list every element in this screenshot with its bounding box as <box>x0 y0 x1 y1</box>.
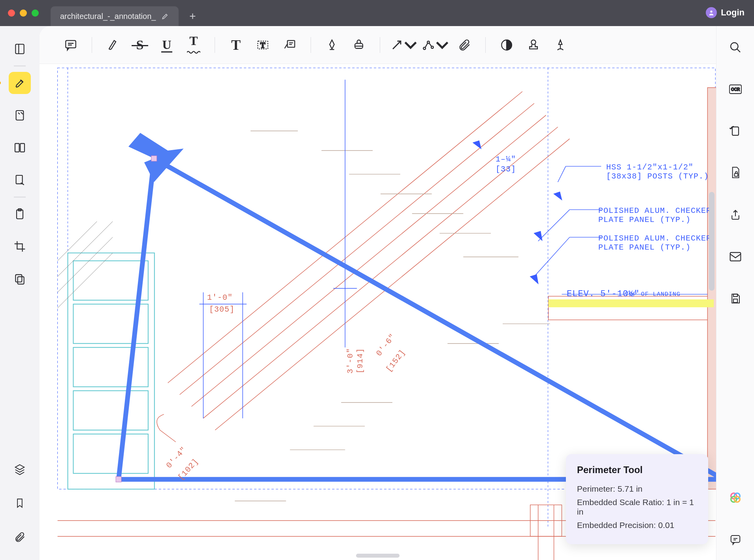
lock-file-button[interactable] <box>724 162 746 184</box>
textbox-tool[interactable]: T <box>251 34 274 56</box>
svg-rect-8 <box>15 274 22 282</box>
edit-tab-icon[interactable] <box>161 12 169 20</box>
svg-rect-80 <box>733 294 737 297</box>
svg-line-29 <box>58 222 97 261</box>
note-elev-sub: TOP OF LANDING <box>625 291 680 298</box>
eraser-tool[interactable] <box>347 34 370 56</box>
separator <box>380 37 380 53</box>
separator <box>311 37 311 53</box>
save-button[interactable] <box>724 288 746 310</box>
stamp-tool[interactable] <box>522 34 545 56</box>
marker-tool[interactable] <box>102 34 124 56</box>
separator <box>485 37 486 53</box>
main-panel: S U T T T <box>40 26 716 560</box>
dim-305-mm: [305] <box>209 305 235 314</box>
svg-rect-1 <box>15 44 24 54</box>
login-label: Login <box>721 8 745 18</box>
attach-file-tool[interactable] <box>453 34 476 56</box>
svg-line-58 <box>538 210 570 241</box>
svg-rect-13 <box>287 40 294 47</box>
opacity-tool[interactable] <box>495 34 518 56</box>
note-posts: HSS 1-1/2"x1-1/2" [38x38] POSTS (TYP.) <box>606 163 709 181</box>
note-panel-2: POLISHED ALUM. CHECKER PLATE PANEL (TYP.… <box>598 234 711 252</box>
side-by-side-button[interactable] <box>9 137 31 159</box>
vertical-scrollbar[interactable] <box>709 192 714 291</box>
thumbnail-view-button[interactable] <box>9 38 31 60</box>
svg-rect-5 <box>16 175 23 184</box>
svg-line-56 <box>558 166 566 182</box>
svg-line-30 <box>58 222 113 277</box>
tab-title: architectural_-_annotation_ <box>60 12 156 21</box>
svg-line-60 <box>534 237 570 277</box>
text-insert-tool[interactable]: T <box>224 34 247 56</box>
svg-rect-79 <box>730 252 741 261</box>
document-canvas[interactable]: 1–¼" [33] HSS 1-1/2"x1-1/2" [38x38] POST… <box>40 64 716 560</box>
bookmark-button[interactable] <box>9 492 31 514</box>
chevron-down-icon <box>435 38 449 52</box>
svg-text:T: T <box>260 41 265 49</box>
svg-rect-66 <box>116 477 121 482</box>
scale-label: Embedded Scale Ratio: <box>577 498 664 507</box>
avatar-icon <box>706 7 717 18</box>
note-panel-1: POLISHED ALUM. CHECKER PLATE PANEL (TYP.… <box>598 206 711 224</box>
svg-marker-54 <box>530 274 538 284</box>
svg-point-19 <box>531 40 535 44</box>
page-edit-button[interactable] <box>9 169 31 191</box>
dim-914-ft: 3'-0" <box>346 348 355 374</box>
perimeter-label: Perimeter: <box>577 484 615 493</box>
svg-text:OCR: OCR <box>731 87 740 92</box>
perimeter-annotation[interactable] <box>116 133 716 482</box>
svg-rect-10 <box>66 40 76 47</box>
t-glyph: T <box>231 37 241 53</box>
svg-rect-81 <box>733 299 737 303</box>
crop-button[interactable] <box>9 235 31 257</box>
dim-305-ft: 1'-0" <box>207 293 233 302</box>
app-logo-button[interactable] <box>724 487 746 509</box>
arrow-tool[interactable] <box>390 34 417 56</box>
new-tab-button[interactable]: + <box>187 10 198 22</box>
svg-rect-3 <box>15 143 19 152</box>
rotate-button[interactable] <box>724 120 746 142</box>
window-controls <box>8 9 39 17</box>
polyline-tool[interactable] <box>421 34 449 56</box>
search-button[interactable] <box>724 36 746 58</box>
chat-button[interactable] <box>724 528 746 551</box>
titlebar: architectural_-_annotation_ + Login <box>0 0 754 26</box>
left-sidebar <box>0 26 40 560</box>
signature-tool[interactable] <box>549 34 572 56</box>
comment-tool[interactable] <box>59 34 82 56</box>
strikethrough-tool[interactable]: S <box>128 34 151 56</box>
svg-rect-68 <box>151 156 157 161</box>
svg-marker-52 <box>554 192 562 200</box>
ocr-button[interactable]: OCR <box>724 78 746 100</box>
pen-annotation-button[interactable] <box>9 104 31 126</box>
login-button[interactable]: Login <box>706 7 745 18</box>
clipboard-button[interactable] <box>9 203 31 225</box>
underline-tool[interactable]: U <box>155 34 178 56</box>
attachment-button[interactable] <box>9 526 31 548</box>
highlighter-button[interactable] <box>9 72 31 94</box>
fullscreen-window-icon[interactable] <box>32 9 39 17</box>
document-tab[interactable]: architectural_-_annotation_ <box>51 6 179 26</box>
svg-line-31 <box>58 237 113 293</box>
minimize-window-icon[interactable] <box>20 9 27 17</box>
horizontal-scrollbar[interactable] <box>356 554 400 558</box>
dim-33-ft: 1–¼" <box>496 155 516 164</box>
svg-marker-51 <box>473 141 481 148</box>
squiggly-tool[interactable]: T <box>182 34 205 56</box>
copy-pages-button[interactable] <box>9 268 31 290</box>
svg-point-74 <box>731 43 738 50</box>
annotation-toolbar: S U T T T <box>40 26 716 64</box>
svg-rect-2 <box>16 111 24 120</box>
perimeter-tool-tooltip: Perimeter Tool Perimeter: 5.71 in Embedd… <box>566 454 708 544</box>
chevron-down-icon <box>404 38 417 52</box>
separator <box>215 37 215 53</box>
svg-marker-53 <box>534 231 542 241</box>
mail-button[interactable] <box>724 246 746 268</box>
layers-button[interactable] <box>9 458 31 480</box>
callout-tool[interactable] <box>278 34 301 56</box>
close-window-icon[interactable] <box>8 9 15 17</box>
ink-pen-tool[interactable] <box>320 34 343 56</box>
right-sidebar: OCR <box>716 26 754 560</box>
share-button[interactable] <box>724 204 746 226</box>
